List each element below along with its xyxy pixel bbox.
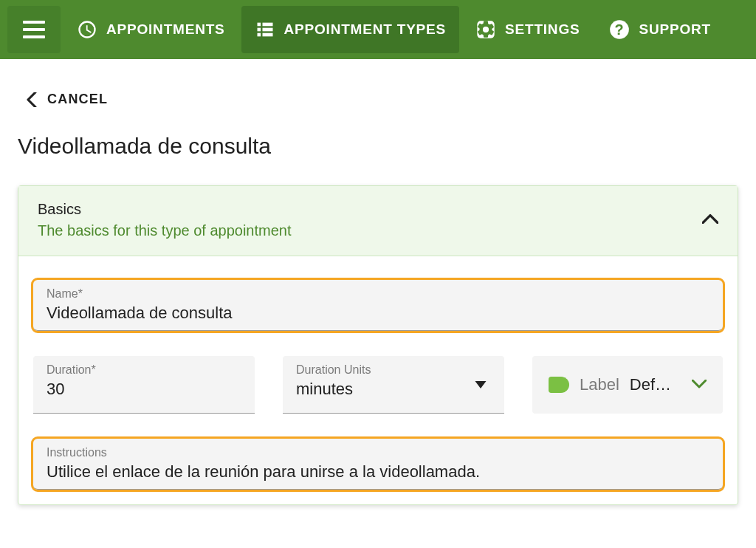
basics-panel: Basics The basics for this type of appoi…	[18, 185, 738, 505]
panel-subtitle: The basics for this type of appointment	[38, 222, 292, 239]
duration-units-field[interactable]: Duration Units minutes	[283, 356, 504, 414]
svg-rect-4	[257, 28, 261, 32]
svg-rect-7	[262, 28, 272, 32]
field-label: Duration Units	[296, 363, 491, 377]
menu-button[interactable]	[7, 6, 61, 53]
svg-rect-8	[262, 33, 272, 37]
svg-rect-5	[257, 33, 261, 37]
tag-icon	[549, 377, 569, 393]
panel-header-text: Basics The basics for this type of appoi…	[38, 201, 292, 239]
nav-label: APPOINTMENT TYPES	[284, 21, 446, 38]
nav-appointments[interactable]: APPOINTMENTS	[63, 6, 238, 53]
list-icon	[255, 19, 275, 40]
instructions-input[interactable]	[47, 462, 709, 482]
label-field[interactable]: Label Def…	[532, 356, 723, 414]
duration-units-value: minutes	[296, 380, 491, 399]
chevron-up-icon	[702, 213, 718, 227]
duration-field[interactable]: Duration*	[33, 356, 255, 414]
panel-body: Name* Duration* Duration Units minutes	[18, 256, 738, 504]
svg-text:?: ?	[615, 21, 625, 38]
panel-title: Basics	[38, 201, 292, 218]
nav-label: APPOINTMENTS	[106, 21, 225, 38]
dropdown-arrow-icon	[475, 378, 487, 391]
nav-appointment-types[interactable]: APPOINTMENT TYPES	[241, 6, 459, 53]
label-field-value: Def…	[630, 375, 671, 394]
name-field[interactable]: Name*	[33, 280, 723, 331]
clock-icon	[77, 19, 97, 40]
gear-icon	[475, 19, 496, 40]
help-icon: ?	[609, 19, 630, 40]
svg-rect-3	[257, 23, 261, 27]
svg-rect-6	[262, 23, 272, 27]
page-title: Videollamada de consulta	[18, 134, 738, 159]
top-nav: APPOINTMENTS APPOINTMENT TYPES SETTINGS …	[0, 0, 756, 59]
panel-header[interactable]: Basics The basics for this type of appoi…	[18, 186, 738, 256]
content-area: CANCEL Videollamada de consulta Basics T…	[0, 59, 756, 505]
instructions-field[interactable]: Instructions	[33, 439, 723, 490]
duration-input[interactable]	[47, 380, 241, 399]
nav-settings[interactable]: SETTINGS	[462, 6, 593, 53]
field-label: Instructions	[47, 446, 709, 459]
svg-rect-0	[23, 21, 45, 24]
chevron-down-icon	[692, 378, 707, 391]
cancel-button[interactable]: CANCEL	[27, 92, 738, 107]
field-label: Name*	[47, 287, 709, 301]
cancel-label: CANCEL	[47, 92, 108, 107]
svg-rect-2	[23, 35, 45, 38]
nav-label: SETTINGS	[505, 21, 580, 38]
chevron-left-icon	[27, 92, 37, 107]
hamburger-icon	[23, 21, 45, 38]
label-field-label: Label	[580, 375, 619, 394]
svg-rect-1	[23, 28, 45, 31]
duration-row: Duration* Duration Units minutes Label D…	[33, 356, 723, 414]
name-input[interactable]	[47, 304, 709, 323]
nav-label: SUPPORT	[639, 21, 710, 38]
nav-support[interactable]: ? SUPPORT	[596, 6, 724, 53]
field-label: Duration*	[47, 363, 241, 377]
